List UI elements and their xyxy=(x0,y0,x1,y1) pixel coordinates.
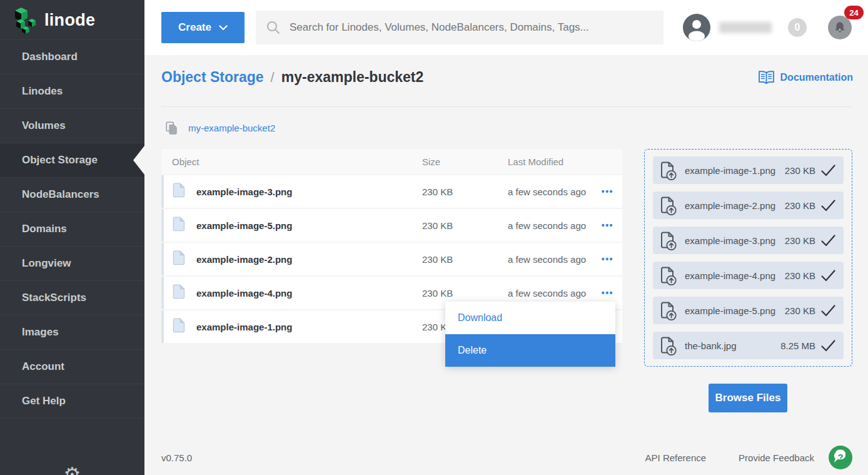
sidebar-item-domains[interactable]: Domains xyxy=(0,212,144,247)
object-size: 230 KB xyxy=(422,186,453,197)
svg-text:?: ? xyxy=(837,452,843,462)
notifications: 24 xyxy=(828,16,852,39)
table-row: example-image-3.png 230 KB a few seconds… xyxy=(161,175,622,208)
object-modified: a few seconds ago xyxy=(508,220,586,231)
menu-item-download[interactable]: Download xyxy=(445,302,615,334)
row-actions-menu-icon[interactable]: ••• xyxy=(602,220,613,230)
column-header-size: Size xyxy=(422,156,440,167)
user-avatar[interactable] xyxy=(683,14,710,41)
file-icon xyxy=(173,183,185,200)
sidebar-item-linodes[interactable]: Linodes xyxy=(0,74,144,109)
row-actions-menu-icon[interactable]: ••• xyxy=(602,254,613,264)
object-modified: a few seconds ago xyxy=(508,288,586,299)
object-name[interactable]: example-image-2.png xyxy=(196,254,292,265)
sidebar-item-images[interactable]: Images xyxy=(0,315,144,350)
row-actions-menu-icon[interactable]: ••• xyxy=(602,186,613,197)
brand-name: linode xyxy=(44,11,95,30)
sidebar-item-dashboard[interactable]: Dashboard xyxy=(0,40,144,74)
sidebar: linode Dashboard Linodes Volumes Object … xyxy=(0,0,144,475)
documentation-link[interactable]: Documentation xyxy=(758,70,853,84)
bucket-path-row: my-example-bucket2 xyxy=(166,121,275,135)
bucket-name-link[interactable]: my-example-bucket2 xyxy=(188,123,275,133)
book-icon xyxy=(758,70,775,84)
column-header-object: Object xyxy=(172,156,199,167)
object-name[interactable]: example-image-1.png xyxy=(196,322,292,332)
sidebar-item-volumes[interactable]: Volumes xyxy=(0,109,144,143)
row-actions-menu-icon[interactable]: ••• xyxy=(602,288,613,298)
version-label: v0.75.0 xyxy=(161,452,192,463)
search-icon xyxy=(266,20,281,35)
uploaded-file-row: example-image-1.png 230 KB xyxy=(653,156,844,184)
object-name[interactable]: example-image-5.png xyxy=(196,220,292,231)
row-actions-context-menu: Download Delete xyxy=(445,302,615,367)
upload-complete-check-icon xyxy=(820,304,836,317)
uploaded-file-name: example-image-4.png xyxy=(685,270,775,281)
object-size: 230 KB xyxy=(422,288,453,299)
file-upload-icon xyxy=(659,161,678,180)
api-reference-link[interactable]: API Reference xyxy=(645,452,707,463)
uploaded-file-row: example-image-3.png 230 KB xyxy=(653,227,844,254)
column-header-last-modified: Last Modified xyxy=(508,156,563,167)
chevron-down-icon xyxy=(219,25,228,31)
object-size: 230 KB xyxy=(422,220,453,231)
upload-complete-check-icon xyxy=(820,234,836,247)
help-button[interactable]: ? xyxy=(828,445,853,470)
sidebar-item-longview[interactable]: Longview xyxy=(0,247,144,281)
uploaded-file-name: the-bank.jpg xyxy=(685,340,737,351)
upload-complete-check-icon xyxy=(820,164,836,177)
table-row: example-image-5.png 230 KB a few seconds… xyxy=(161,209,622,242)
file-upload-icon xyxy=(659,231,678,250)
topbar: Create 0 24 xyxy=(144,0,868,55)
documentation-label: Documentation xyxy=(780,72,853,83)
uploaded-file-row: example-image-4.png 230 KB xyxy=(653,262,844,289)
footer-links: API Reference Provide Feedback xyxy=(645,452,814,463)
sidebar-nav: Dashboard Linodes Volumes Object Storage… xyxy=(0,39,144,419)
username-redacted xyxy=(719,22,772,33)
sidebar-item-get-help[interactable]: Get Help xyxy=(0,384,144,419)
linode-logo[interactable]: linode xyxy=(0,0,144,34)
upload-complete-check-icon xyxy=(820,269,836,282)
bell-icon xyxy=(834,21,846,34)
file-upload-icon xyxy=(659,266,678,285)
table-row: example-image-2.png 230 KB a few seconds… xyxy=(161,243,622,275)
settings-gear-icon[interactable]: ⚙ xyxy=(64,465,81,475)
breadcrumb: Object Storage / my-example-bucket2 Docu… xyxy=(161,69,853,86)
topbar-right-cluster: 0 24 xyxy=(683,14,852,41)
uploaded-file-row: example-image-2.png 230 KB xyxy=(653,192,844,219)
uploaded-file-size: 230 KB xyxy=(785,235,815,246)
file-upload-icon xyxy=(659,301,678,320)
sidebar-item-object-storage[interactable]: Object Storage xyxy=(0,143,144,178)
object-size: 230 KB xyxy=(422,254,453,265)
provide-feedback-link[interactable]: Provide Feedback xyxy=(739,452,814,463)
uploaded-file-size: 8.25 MB xyxy=(780,340,815,351)
uploaded-file-name: example-image-5.png xyxy=(685,305,775,316)
file-upload-icon xyxy=(659,336,678,355)
copy-icon[interactable] xyxy=(166,121,178,135)
upload-complete-check-icon xyxy=(820,339,836,352)
header-divider xyxy=(161,106,853,107)
breadcrumb-object-storage-link[interactable]: Object Storage xyxy=(161,69,264,86)
sidebar-item-nodebalancers[interactable]: NodeBalancers xyxy=(0,178,144,212)
browse-files-button[interactable]: Browse Files xyxy=(709,384,787,412)
uploaded-file-name: example-image-2.png xyxy=(685,200,775,211)
table-header: Object Size Last Modified xyxy=(161,149,622,174)
upload-complete-check-icon xyxy=(820,199,836,212)
create-button[interactable]: Create xyxy=(161,12,245,43)
footer: v0.75.0 API Reference Provide Feedback ? xyxy=(161,445,853,470)
search-input[interactable] xyxy=(290,21,654,34)
menu-item-delete[interactable]: Delete xyxy=(445,334,615,367)
object-modified: a few seconds ago xyxy=(508,254,586,265)
object-name[interactable]: example-image-3.png xyxy=(196,186,292,197)
main-content: Object Storage / my-example-bucket2 Docu… xyxy=(144,55,868,475)
uploaded-file-name: example-image-1.png xyxy=(685,165,775,176)
notifications-button[interactable] xyxy=(828,16,852,39)
file-icon xyxy=(173,217,185,234)
object-name[interactable]: example-image-4.png xyxy=(196,288,292,299)
uploaded-file-row: the-bank.jpg 8.25 MB xyxy=(653,332,844,359)
uploaded-file-size: 230 KB xyxy=(785,200,815,211)
user-menu-count-badge: 0 xyxy=(788,18,807,37)
page-title: my-example-bucket2 xyxy=(281,69,424,86)
notification-count-badge: 24 xyxy=(844,6,864,19)
sidebar-item-account[interactable]: Account xyxy=(0,350,144,384)
sidebar-item-stackscripts[interactable]: StackScripts xyxy=(0,281,144,315)
